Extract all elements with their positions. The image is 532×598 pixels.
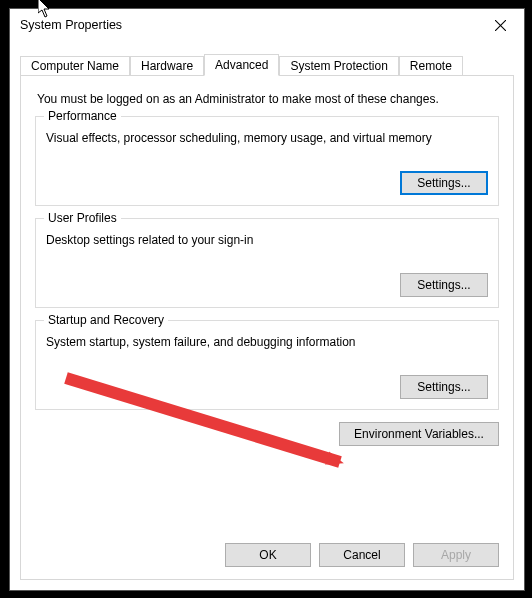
group-user-profiles-desc: Desktop settings related to your sign-in <box>46 233 488 247</box>
tabstrip: Computer Name Hardware Advanced System P… <box>20 53 514 75</box>
group-performance-legend: Performance <box>44 109 121 123</box>
group-performance-desc: Visual effects, processor scheduling, me… <box>46 131 488 145</box>
group-user-profiles-legend: User Profiles <box>44 211 121 225</box>
group-user-profiles: User Profiles Desktop settings related t… <box>35 218 499 308</box>
performance-settings-button[interactable]: Settings... <box>400 171 488 195</box>
tab-remote[interactable]: Remote <box>399 56 463 76</box>
apply-button[interactable]: Apply <box>413 543 499 567</box>
tab-computer-name[interactable]: Computer Name <box>20 56 130 76</box>
tab-advanced[interactable]: Advanced <box>204 54 279 76</box>
group-startup-recovery: Startup and Recovery System startup, sys… <box>35 320 499 410</box>
group-startup-recovery-desc: System startup, system failure, and debu… <box>46 335 488 349</box>
cancel-button[interactable]: Cancel <box>319 543 405 567</box>
admin-notice: You must be logged on as an Administrato… <box>37 92 499 106</box>
system-properties-window: System Properties Computer Name Hardware… <box>9 8 525 591</box>
dialog-button-row: OK Cancel Apply <box>225 543 499 567</box>
group-performance: Performance Visual effects, processor sc… <box>35 116 499 206</box>
close-button[interactable] <box>478 10 522 40</box>
tab-hardware[interactable]: Hardware <box>130 56 204 76</box>
group-startup-recovery-legend: Startup and Recovery <box>44 313 168 327</box>
close-icon <box>495 20 506 31</box>
user-profiles-settings-button[interactable]: Settings... <box>400 273 488 297</box>
tab-system-protection[interactable]: System Protection <box>279 56 398 76</box>
client-area: Computer Name Hardware Advanced System P… <box>20 53 514 580</box>
tabpanel-advanced: You must be logged on as an Administrato… <box>20 75 514 580</box>
ok-button[interactable]: OK <box>225 543 311 567</box>
titlebar: System Properties <box>10 9 524 41</box>
window-title: System Properties <box>20 18 478 32</box>
startup-recovery-settings-button[interactable]: Settings... <box>400 375 488 399</box>
environment-variables-button[interactable]: Environment Variables... <box>339 422 499 446</box>
